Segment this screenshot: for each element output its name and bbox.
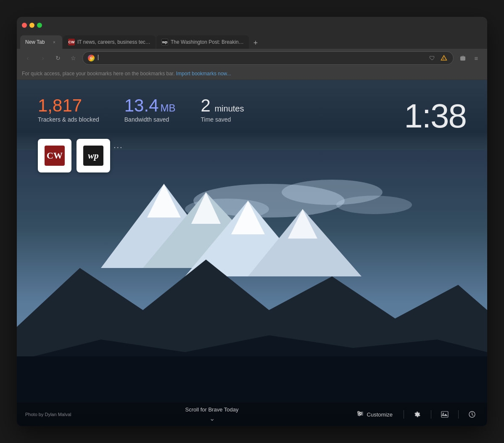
reload-button[interactable]: ↻ — [52, 52, 64, 64]
tab-newtab[interactable]: New Tab × — [20, 35, 62, 49]
sliders-icon — [357, 410, 364, 419]
clock: 1:38 — [404, 97, 466, 135]
new-tab-button[interactable]: + — [250, 37, 261, 49]
stat-trackers: 1,817 Trackers & ads blocked — [38, 97, 99, 123]
tab-cw-favicon: CW — [68, 39, 75, 45]
tab-cw[interactable]: CW IT news, careers, business technolo..… — [63, 35, 156, 49]
menu-button[interactable]: ≡ — [470, 52, 482, 64]
bookmarkbar: For quick access, place your bookmarks h… — [17, 67, 487, 80]
svg-text:!: ! — [443, 57, 444, 60]
svg-point-20 — [358, 411, 359, 413]
brave-today-scroll[interactable]: Scroll for Brave Today ⌄ — [185, 406, 239, 422]
customize-button[interactable]: Customize — [353, 408, 397, 421]
tab-newtab-close[interactable]: × — [51, 39, 57, 45]
divider — [404, 410, 404, 419]
bookmarkbar-text: For quick access, place your bookmarks h… — [22, 71, 175, 77]
chevron-down-icon: ⌄ — [209, 414, 215, 422]
bottom-actions: Customize — [353, 408, 479, 421]
browser-window: New Tab × CW IT news, careers, business … — [17, 17, 487, 426]
svg-point-5 — [336, 196, 412, 214]
svg-point-24 — [443, 413, 444, 414]
stat-trackers-number: 1,817 — [38, 97, 99, 114]
svg-point-22 — [359, 414, 360, 416]
bookmark-button[interactable]: ☆ — [67, 52, 79, 64]
newtab-content: 1,817 Trackers & ads blocked 13.4MB Band… — [17, 80, 487, 426]
minimize-button[interactable] — [29, 23, 34, 28]
stat-trackers-label: Trackers & ads blocked — [38, 116, 99, 123]
bottom-bar: Photo by Dylan Malval Scroll for Brave T… — [17, 403, 487, 426]
site-wp-favicon: wp — [83, 146, 103, 166]
stat-time: 2 minutes Time saved — [201, 97, 244, 123]
omnibox[interactable]: G 🛡 ! — [82, 51, 454, 65]
divider2 — [431, 410, 431, 419]
history-icon-button[interactable] — [465, 408, 479, 421]
tab-newtab-label: New Tab — [25, 39, 45, 45]
more-options-button[interactable]: ··· — [113, 142, 123, 152]
mountain-svg — [17, 150, 487, 403]
extensions-area: ≡ — [457, 52, 482, 64]
import-bookmarks-link[interactable]: Import bookmarks now... — [176, 71, 231, 77]
stat-trackers-value: 1,817 — [38, 95, 82, 115]
brave-today-text: Scroll for Brave Today — [185, 406, 239, 413]
navbar: ‹ › ↻ ☆ G 🛡 ! ≡ — [17, 49, 487, 67]
top-sites: CW wp — [38, 139, 110, 172]
stat-bandwidth-unit: MB — [161, 102, 176, 114]
stat-bandwidth-value: 13.4 — [124, 95, 159, 115]
stats-overlay: 1,817 Trackers & ads blocked 13.4MB Band… — [38, 97, 244, 123]
customize-text: Customize — [367, 411, 393, 418]
extensions-button[interactable] — [457, 52, 469, 64]
wallpaper-icon-button[interactable] — [438, 408, 451, 421]
settings-icon-button[interactable] — [411, 408, 424, 421]
tab-cw-label: IT news, careers, business technolo... — [77, 39, 150, 45]
site-tile-cw[interactable]: CW — [38, 139, 71, 172]
svg-rect-23 — [441, 411, 448, 417]
stat-bandwidth: 13.4MB Bandwidth saved — [124, 97, 176, 123]
google-icon: G — [88, 55, 95, 61]
maximize-button[interactable] — [37, 23, 42, 28]
stat-time-value: 2 — [201, 95, 211, 115]
tab-wp-label: The Washington Post: Breaking Ne... — [171, 39, 244, 45]
tab-wp[interactable]: wp The Washington Post: Breaking Ne... — [156, 35, 249, 49]
tab-wp-favicon: wp — [161, 39, 168, 45]
stat-time-unit: minutes — [212, 104, 244, 113]
shield-icon: 🛡 — [428, 54, 436, 62]
stat-bandwidth-number: 13.4MB — [124, 97, 176, 114]
site-tile-wp[interactable]: wp — [77, 139, 110, 172]
warning-icon: ! — [440, 54, 448, 62]
omnibox-text — [98, 55, 425, 61]
stat-bandwidth-label: Bandwidth saved — [124, 116, 176, 123]
stat-time-label: Time saved — [201, 116, 244, 123]
site-cw-favicon: CW — [45, 146, 65, 166]
titlebar — [17, 17, 487, 34]
divider3 — [458, 410, 459, 419]
forward-button[interactable]: › — [37, 52, 49, 64]
close-button[interactable] — [22, 23, 27, 28]
svg-rect-16 — [17, 356, 487, 403]
tabbar: New Tab × CW IT news, careers, business … — [17, 34, 487, 49]
back-button[interactable]: ‹ — [22, 52, 34, 64]
photo-credit: Photo by Dylan Malval — [25, 412, 71, 417]
stat-time-number: 2 minutes — [201, 97, 244, 114]
